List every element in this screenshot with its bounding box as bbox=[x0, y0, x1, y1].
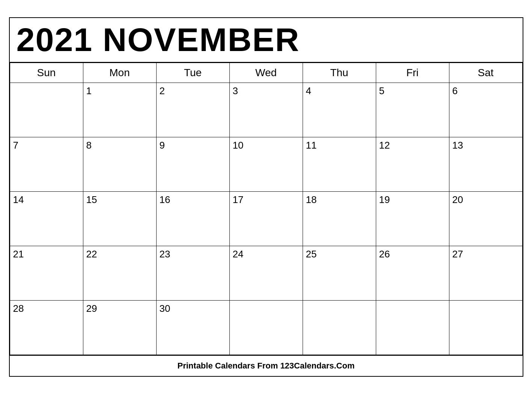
calendar-day-cell: 9 bbox=[156, 137, 229, 191]
calendar-day-cell bbox=[229, 300, 303, 355]
calendar-day-cell: 12 bbox=[376, 137, 449, 191]
calendar-week-row: 282930 bbox=[10, 300, 522, 355]
calendar-day-cell: 1 bbox=[83, 83, 156, 137]
calendar-day-cell: 26 bbox=[376, 246, 449, 300]
calendar-week-row: 21222324252627 bbox=[10, 246, 522, 300]
calendar-day-cell: 22 bbox=[83, 246, 156, 300]
days-of-week-row: Sun Mon Tue Wed Thu Fri Sat bbox=[10, 63, 522, 83]
calendar-day-cell: 14 bbox=[10, 191, 83, 246]
calendar-day-cell: 13 bbox=[449, 137, 522, 191]
calendar-day-cell bbox=[303, 300, 376, 355]
day-header-thu: Thu bbox=[303, 63, 376, 83]
calendar-day-cell: 4 bbox=[303, 83, 376, 137]
calendar-day-cell: 29 bbox=[83, 300, 156, 355]
calendar-day-cell: 21 bbox=[10, 246, 83, 300]
calendar-day-cell bbox=[449, 300, 522, 355]
calendar-day-cell: 11 bbox=[303, 137, 376, 191]
calendar-day-cell: 15 bbox=[83, 191, 156, 246]
day-header-tue: Tue bbox=[156, 63, 229, 83]
calendar-day-cell: 23 bbox=[156, 246, 229, 300]
calendar-grid: Sun Mon Tue Wed Thu Fri Sat 123456789101… bbox=[10, 63, 523, 355]
calendar-week-row: 78910111213 bbox=[10, 137, 522, 191]
day-header-fri: Fri bbox=[376, 63, 449, 83]
calendar-week-row: 14151617181920 bbox=[10, 191, 522, 246]
calendar-day-cell: 27 bbox=[449, 246, 522, 300]
calendar-day-cell bbox=[376, 300, 449, 355]
calendar-footer: Printable Calendars From 123Calendars.Co… bbox=[10, 355, 523, 376]
calendar-day-cell: 17 bbox=[229, 191, 303, 246]
calendar-day-cell: 18 bbox=[303, 191, 376, 246]
calendar-day-cell: 20 bbox=[449, 191, 522, 246]
calendar-day-cell: 28 bbox=[10, 300, 83, 355]
footer-brand: 123Calendars.Com bbox=[280, 361, 354, 370]
calendar-day-cell: 5 bbox=[376, 83, 449, 137]
calendar-day-cell: 6 bbox=[449, 83, 522, 137]
day-header-mon: Mon bbox=[83, 63, 156, 83]
calendar-day-cell: 2 bbox=[156, 83, 229, 137]
day-header-sun: Sun bbox=[10, 63, 83, 83]
footer-text: Printable Calendars From bbox=[178, 361, 280, 370]
calendar-day-cell bbox=[10, 83, 83, 137]
day-header-sat: Sat bbox=[449, 63, 522, 83]
calendar-day-cell: 30 bbox=[156, 300, 229, 355]
calendar-day-cell: 25 bbox=[303, 246, 376, 300]
calendar-day-cell: 24 bbox=[229, 246, 303, 300]
calendar-day-cell: 10 bbox=[229, 137, 303, 191]
calendar-day-cell: 7 bbox=[10, 137, 83, 191]
calendar-title: 2021 NOVEMBER bbox=[10, 18, 523, 63]
day-header-wed: Wed bbox=[229, 63, 303, 83]
calendar-day-cell: 19 bbox=[376, 191, 449, 246]
calendar-week-row: 123456 bbox=[10, 83, 522, 137]
calendar-container: 2021 NOVEMBER Sun Mon Tue Wed Thu Fri Sa… bbox=[9, 17, 523, 377]
calendar-day-cell: 16 bbox=[156, 191, 229, 246]
calendar-day-cell: 8 bbox=[83, 137, 156, 191]
calendar-day-cell: 3 bbox=[229, 83, 303, 137]
